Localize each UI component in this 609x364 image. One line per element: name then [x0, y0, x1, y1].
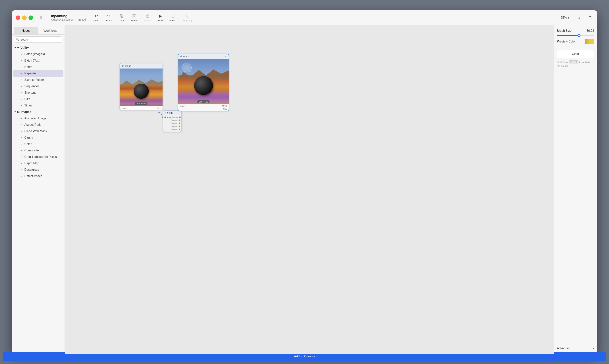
output-port-dot2	[179, 119, 180, 121]
sidebar-toggle[interactable]	[39, 14, 45, 21]
item-label: Save to Folder	[24, 78, 44, 82]
advanced-row[interactable]: Advanced ▾	[557, 344, 594, 350]
image-node-header: Image ⤡	[120, 64, 163, 68]
sidebar-item-size[interactable]: ✦ Size	[13, 96, 64, 102]
redo-button[interactable]: ↪ Redo	[106, 13, 112, 22]
sidebar-item-batch-images[interactable]: ✦ Batch (Images)	[13, 51, 64, 57]
slider-thumb[interactable]	[578, 34, 581, 37]
fullscreen-button[interactable]	[28, 15, 33, 20]
main-content: Nodes Workflows 🔍 ▾ ✦ Utility ✦ Batch	[12, 25, 597, 354]
output-port-dot4	[179, 126, 180, 127]
toolbar: ↩ Undo ↪ Redo ⎘ Copy 📋 Paste 🗑 Delete ▶	[93, 13, 583, 22]
close-button[interactable]	[16, 15, 20, 20]
sidebar-item-color[interactable]: ✦ Color	[13, 141, 64, 147]
delete-icon: 🗑	[146, 13, 150, 18]
mask-node-expand-icon[interactable]: ⤡	[224, 55, 227, 58]
sidebar-item-animated-image[interactable]: ✦ Animated Image	[13, 115, 64, 122]
item-label: Color	[24, 142, 32, 146]
copy-icon: ⎘	[120, 13, 123, 18]
sidebar-item-batch-text[interactable]: ✦ Batch (Text)	[13, 57, 64, 64]
small-node-title: Image	[167, 111, 173, 114]
image-node-content: 896 x 896	[120, 68, 163, 106]
sidebar-item-shortcut[interactable]: ✦ Shortcut	[13, 90, 64, 96]
node-icon: ✦	[19, 130, 23, 133]
node-icon: ✦	[19, 155, 23, 159]
port-output-label: Output	[172, 116, 178, 118]
copy-button[interactable]: ⎘ Copy	[119, 13, 124, 22]
preview-color-row: Preview Color	[557, 39, 594, 44]
port-output5-label: Output	[171, 128, 177, 130]
sidebar: Nodes Workflows 🔍 ▾ ✦ Utility ✦ Batch	[12, 25, 65, 354]
node-icon: ✦	[19, 136, 23, 139]
ungroup-button[interactable]: ⊟ Ungroup	[183, 13, 193, 22]
sidebar-item-crop-transparent[interactable]: ✦ Crop Transparent Pixels	[13, 154, 64, 160]
node-icon: ✦	[19, 59, 23, 62]
sidebar-item-canny[interactable]: ✦ Canny	[13, 134, 64, 141]
mask-node[interactable]: Mask ⤡ 6	[178, 54, 229, 111]
svg-rect-1	[42, 16, 44, 19]
search-icon: 🔍	[16, 38, 20, 41]
node-icon: ✦	[19, 123, 23, 127]
port-row-out3: Output	[164, 122, 180, 125]
node-dot	[122, 65, 124, 67]
sidebar-item-detect-poses[interactable]: ✦ Detect Poses	[13, 173, 64, 179]
sidebar-tabs: Nodes Workflows	[12, 25, 65, 35]
sidebar-item-notes[interactable]: ✦ Notes	[13, 64, 64, 70]
doc-title: Inpainting	[51, 14, 86, 18]
paste-button[interactable]: 📋 Paste	[131, 13, 137, 22]
mask-size-port-label: Size	[223, 108, 227, 110]
delete-button[interactable]: 🗑 Delete	[144, 13, 151, 22]
brush-size-row: Brush Size 50.02	[557, 29, 594, 32]
sidebar-item-composite[interactable]: ✦ Composite	[13, 147, 64, 154]
tab-nodes[interactable]: Nodes	[14, 27, 38, 34]
sidebar-item-blend-with-mask[interactable]: ✦ Blend With Mask	[13, 128, 64, 134]
small-image-node[interactable]: ✕ Image Input Output Output	[163, 110, 182, 132]
footer-size-label: Size	[157, 107, 161, 109]
sidebar-item-aspect-ratio[interactable]: ✦ Aspect Ratio	[13, 122, 64, 128]
panel-toggle-icon: ⊡	[588, 15, 592, 20]
clear-button[interactable]: Clear	[557, 50, 594, 58]
titlebar: Inpainting Odyssey Document — Edited ↩ U…	[12, 10, 597, 25]
section-images[interactable]: ▾ 🖼 Images	[12, 109, 65, 115]
group-button[interactable]: ⊞ Group	[169, 13, 176, 22]
undo-button[interactable]: ↩ Undo	[93, 13, 99, 22]
section-utility[interactable]: ▾ ✦ Utility	[12, 45, 65, 51]
panel-toggle-button[interactable]: ⊡	[586, 14, 593, 21]
node-icon: ✦	[19, 168, 23, 171]
canvas-area[interactable]: Image ⤡ 896 x 896	[65, 25, 554, 354]
overflow-button[interactable]: »	[576, 14, 583, 21]
sidebar-item-desaturate[interactable]: ✦ Desaturate	[13, 167, 64, 173]
color-swatch[interactable]	[585, 39, 594, 44]
paste-icon: 📋	[132, 13, 137, 18]
sidebar-item-repeater[interactable]: ✦ Repeater	[13, 70, 64, 77]
search-input[interactable]	[14, 37, 62, 43]
port-output2-label: Output	[171, 119, 177, 121]
item-label: Aspect Ratio	[24, 123, 41, 127]
item-label: Timer	[24, 104, 32, 107]
sidebar-item-sequencer[interactable]: ✦ Sequencer	[13, 83, 64, 90]
node-icon: ✦	[19, 162, 23, 165]
brush-size-slider[interactable]	[557, 35, 594, 36]
sidebar-list: ▾ ✦ Utility ✦ Batch (Images) ✦ Batch (Te…	[12, 45, 65, 349]
output-port-dot3	[179, 123, 180, 124]
preview-color-label: Preview Color	[557, 40, 576, 43]
mask-size-badge: 696 x 696	[197, 100, 209, 103]
image-node-expand-icon[interactable]: ⤡	[158, 64, 161, 67]
search-bar: 🔍	[12, 35, 65, 45]
sidebar-item-depth-map[interactable]: ✦ Depth Map	[13, 160, 64, 167]
traffic-lights	[16, 15, 33, 20]
image-node[interactable]: Image ⤡ 896 x 896	[119, 63, 163, 110]
tab-workflows[interactable]: Workflows	[38, 27, 63, 34]
utility-section-icon: ✦	[17, 46, 19, 50]
sidebar-item-timer[interactable]: ✦ Timer	[13, 102, 64, 109]
mask-port-label: Mask	[222, 105, 227, 107]
mask-brush-circle	[182, 63, 192, 72]
section-utility-label: Utility	[20, 46, 29, 50]
item-label: Repeater	[24, 72, 37, 75]
zoom-control[interactable]: 65% ▾	[561, 16, 569, 19]
minimize-button[interactable]	[22, 15, 27, 20]
item-label: Batch (Images)	[24, 52, 45, 56]
run-button[interactable]: ▶ Run	[158, 13, 163, 22]
sidebar-item-save-to-folder[interactable]: ✦ Save to Folder	[13, 77, 64, 83]
overflow-icon: »	[578, 15, 580, 20]
